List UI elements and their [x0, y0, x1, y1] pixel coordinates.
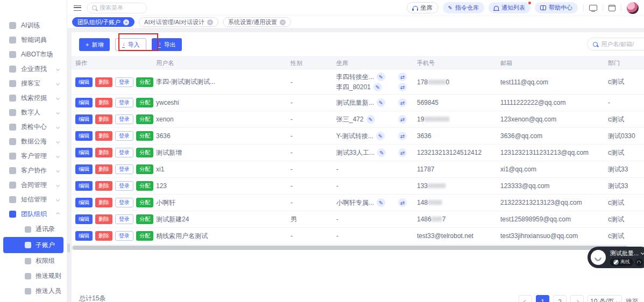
sidebar-subitem-通讯录[interactable]: 通讯录 [3, 222, 63, 236]
sidebar-item-短信管理[interactable]: 短信管理 [0, 192, 67, 207]
login-button[interactable]: 登录 [115, 131, 133, 141]
edit-seat-icon[interactable]: ✎ [377, 73, 385, 81]
close-icon[interactable]: × [280, 19, 286, 25]
delete-button[interactable]: 删除 [95, 131, 112, 141]
close-icon[interactable]: × [123, 19, 129, 25]
prev-page-button[interactable] [519, 295, 532, 302]
edit-button[interactable]: 编辑 [75, 131, 93, 141]
headset-icon[interactable] [635, 258, 643, 266]
close-icon[interactable]: × [207, 19, 213, 25]
sidebar-item-企业查找[interactable]: 企业查找 [0, 62, 67, 76]
page-button-1[interactable]: 1 [536, 295, 549, 302]
scrollbar-thumb[interactable] [73, 246, 628, 250]
sidebar-item-线索挖掘[interactable]: 线索挖掘 [0, 91, 67, 105]
topbar-pill-agent-seat[interactable]: 坐席 [407, 2, 438, 13]
add-button[interactable]: + 新增 [79, 38, 110, 51]
export-button[interactable]: ↑ 导出 [152, 38, 182, 51]
login-button[interactable]: 登录 [115, 98, 133, 107]
login-button[interactable]: 登录 [115, 164, 133, 174]
monitor-icon[interactable] [589, 5, 597, 11]
call-widget[interactable]: 测试批量... 离线 [588, 247, 644, 268]
delete-button[interactable]: 删除 [95, 231, 112, 241]
assign-button[interactable]: 分配 [136, 231, 153, 241]
edit-button[interactable]: 编辑 [75, 181, 93, 191]
assign-button[interactable]: 分配 [136, 98, 153, 107]
delete-button[interactable]: 删除 [95, 164, 112, 174]
login-button[interactable]: 登录 [115, 77, 133, 87]
chevron-down-icon[interactable] [641, 250, 644, 254]
user-search-input[interactable]: 用户名/邮箱/ [587, 38, 644, 51]
edit-seat-icon[interactable]: ✎ [373, 83, 382, 91]
delete-button[interactable]: 删除 [95, 214, 112, 224]
topbar-pill-notification-list[interactable]: 通知列表 [489, 2, 530, 13]
assign-button[interactable]: 分配 [136, 148, 153, 157]
sidebar-item-数字人[interactable]: 数字人 [0, 105, 67, 120]
import-button[interactable]: ↓ 导入 [115, 38, 146, 51]
sidebar-item-团队组织[interactable]: 团队组织 [0, 207, 67, 221]
sidebar-subitem-推送规则[interactable]: 推送规则 [3, 269, 63, 283]
page-button-2[interactable]: 2 [553, 295, 567, 302]
topbar-pill-command-library[interactable]: ✎指令仓库 [443, 2, 484, 13]
transfer-seat-icon[interactable]: ⇄ [398, 73, 407, 81]
sidebar-item-搜客宝[interactable]: 搜客宝 [0, 76, 67, 91]
sidebar-item-质检中心[interactable]: 质检中心 [0, 120, 67, 134]
edit-button[interactable]: 编辑 [75, 148, 93, 157]
sidebar-item-客户协作[interactable]: 客户协作 [0, 163, 67, 178]
user-avatar[interactable] [627, 2, 639, 14]
transfer-seat-icon[interactable]: ⇄ [398, 115, 407, 124]
horizontal-scrollbar[interactable] [72, 246, 644, 250]
edit-seat-icon[interactable]: ✎ [376, 132, 385, 140]
calendar-icon[interactable] [608, 5, 615, 11]
login-button[interactable]: 登录 [115, 198, 133, 207]
edit-seat-icon[interactable]: ✎ [377, 148, 386, 157]
assign-button[interactable]: 分配 [136, 198, 153, 207]
login-button[interactable]: 登录 [115, 214, 133, 224]
next-page-button[interactable] [570, 295, 584, 302]
page-size-select[interactable]: 10 条/页 [588, 295, 622, 302]
tab-团队组织/子账户[interactable]: 团队组织/子账户× [72, 17, 135, 27]
transfer-seat-icon[interactable]: ⇄ [398, 98, 407, 107]
tab-AI对话管理/AI对话设计[interactable]: AI对话管理/AI对话设计× [139, 17, 218, 27]
sidebar-item-智能词典[interactable]: 智能词典 [0, 33, 67, 47]
sidebar-item-合同管理[interactable]: 合同管理 [0, 178, 67, 192]
assign-button[interactable]: 分配 [136, 131, 153, 141]
assign-button[interactable]: 分配 [136, 214, 153, 224]
delete-button[interactable]: 删除 [95, 198, 112, 207]
delete-button[interactable]: 删除 [95, 114, 112, 124]
edit-button[interactable]: 编辑 [75, 231, 93, 241]
transfer-seat-icon[interactable]: ⇄ [398, 132, 407, 140]
tab-系统设置/通用设置[interactable]: 系统设置/通用设置× [223, 17, 291, 27]
transfer-seat-icon[interactable]: ⇄ [398, 83, 407, 91]
assign-button[interactable]: 分配 [136, 77, 153, 87]
sidebar-subitem-推送人员[interactable]: 推送人员 [3, 284, 63, 298]
assign-button[interactable]: 分配 [136, 114, 153, 124]
edit-button[interactable]: 编辑 [75, 114, 93, 124]
edit-button[interactable]: 编辑 [75, 164, 93, 174]
assign-button[interactable]: 分配 [136, 164, 153, 174]
delete-button[interactable]: 删除 [95, 98, 112, 107]
login-button[interactable]: 登录 [115, 181, 133, 191]
sidebar-resize-handle[interactable] [67, 243, 70, 253]
transfer-seat-icon[interactable]: ⇄ [398, 198, 407, 207]
menu-search-input[interactable]: 搜索菜单 [87, 3, 147, 13]
sidebar-item-AiBOT市场[interactable]: AiBOT市场 [0, 47, 67, 62]
sidebar-item-客户管理[interactable]: 客户管理 [0, 149, 67, 163]
delete-button[interactable]: 删除 [95, 77, 112, 87]
hamburger-menu-icon[interactable] [74, 5, 81, 11]
sidebar-item-数据公海[interactable]: 数据公海 [0, 134, 67, 149]
sidebar-subitem-权限组[interactable]: 权限组 [3, 254, 63, 268]
topbar-pill-help-center[interactable]: 帮助中心 [535, 2, 578, 13]
sidebar-subitem-子账户[interactable]: 子账户 [3, 237, 63, 253]
sidebar-item-AI训练[interactable]: AI训练 [0, 18, 67, 33]
login-button[interactable]: 登录 [115, 114, 133, 124]
phone-icon[interactable] [591, 250, 606, 265]
edit-button[interactable]: 编辑 [75, 98, 93, 107]
login-button[interactable]: 登录 [115, 231, 133, 241]
edit-seat-icon[interactable]: ✎ [366, 115, 375, 124]
assign-button[interactable]: 分配 [136, 181, 153, 191]
edit-seat-icon[interactable]: ✎ [377, 198, 385, 207]
edit-button[interactable]: 编辑 [75, 214, 93, 224]
edit-seat-icon[interactable]: ✎ [377, 98, 385, 107]
login-button[interactable]: 登录 [115, 148, 133, 157]
edit-button[interactable]: 编辑 [75, 77, 93, 87]
